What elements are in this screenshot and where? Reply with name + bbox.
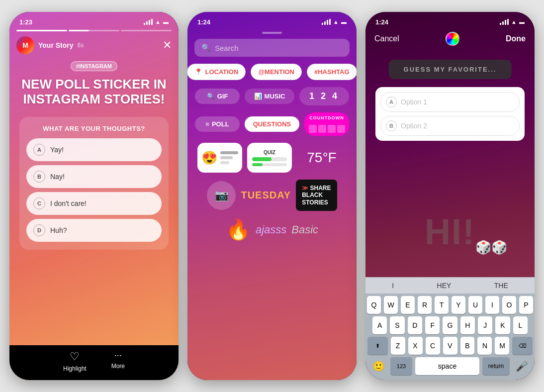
gif-label: GIF [217,93,228,100]
key-k[interactable]: K [495,316,510,334]
key-d[interactable]: D [408,316,422,334]
sticker-row-5: 📷 TUESDAY ≫ SHAREBLACKSTORIES [194,180,350,211]
key-v[interactable]: V [443,337,457,355]
done-button[interactable]: Done [506,34,526,43]
wifi-icon-1: ▲ [155,19,161,25]
quiz-title: GUESS MY FAVORITE... [389,60,512,79]
poll-option-a[interactable]: A Yay! [26,138,162,161]
key-s[interactable]: S [390,316,404,334]
option-b-text: Option 2 [401,122,427,130]
key-a[interactable]: A [372,316,387,334]
gif-sticker[interactable]: 🔍 GIF [195,89,240,104]
countdown-label: COUNTDOWN [309,115,344,120]
options-card: A Option 1 B Option 2 [375,87,525,141]
option-a-text: Option 1 [401,98,427,106]
poll-option-c[interactable]: C I don't care! [26,192,162,215]
option-a-row[interactable]: A Option 1 [380,92,520,112]
basic-sticker[interactable]: Basic [291,223,318,236]
key-q[interactable]: Q [367,296,381,314]
key-r[interactable]: R [418,296,432,314]
questions-sticker[interactable]: QUESTIONS [245,116,299,132]
keyboard-row-2: A S D F G H J K L [365,314,535,334]
key-delete[interactable]: ⌫ [512,337,533,355]
more-button[interactable]: ··· More [111,350,125,372]
key-m[interactable]: M [495,337,509,355]
mention-sticker[interactable]: @MENTION [251,64,302,80]
key-j[interactable]: J [478,316,492,334]
camera-sticker[interactable]: 📷 [207,181,236,210]
option-a-letter: A [386,97,397,107]
key-t[interactable]: T [435,296,449,314]
quiz-sticker[interactable]: QUIZ [247,143,292,173]
quiz-bar-2 [252,163,287,166]
poll-option-d[interactable]: D Huh? [26,219,162,242]
key-shift[interactable]: ⬆ [367,337,388,355]
key-h[interactable]: H [460,316,475,334]
suggestion-the[interactable]: THE [494,282,508,290]
key-x[interactable]: X [408,337,423,355]
key-w[interactable]: W [384,296,398,314]
key-l[interactable]: L [513,316,528,334]
option-b-row[interactable]: B Option 2 [380,116,520,136]
hashtag-sticker[interactable]: #HASHTAG [307,64,357,80]
key-g[interactable]: G [443,316,457,334]
key-n[interactable]: N [477,337,492,355]
key-e[interactable]: E [401,296,415,314]
cancel-button[interactable]: Cancel [374,34,399,43]
status-bar-3: 1:24 ▲ ▬ [365,12,535,30]
mic-button[interactable]: 🎤 [513,357,531,375]
music-label: MUSIC [265,93,285,100]
story-close-button[interactable]: ✕ [163,39,172,52]
signal-icon-3 [500,19,509,25]
key-return[interactable]: return [482,357,510,375]
option-b-letter: B [386,120,397,131]
music-sticker[interactable]: 📊 MUSIC [245,89,294,104]
poll-sticker[interactable]: ≡ POLL [195,116,240,132]
fire-sticker[interactable]: 🔥 [226,218,251,241]
status-time-2: 1:24 [197,18,210,26]
key-u[interactable]: U [468,296,482,314]
key-b[interactable]: B [460,337,475,355]
story-bottom-bar: ♡ Highlight ··· More [9,345,179,380]
countdown-sticker[interactable]: COUNTDOWN [304,112,349,136]
key-i[interactable]: I [485,296,499,314]
temperature-sticker[interactable]: 75°F [297,150,347,166]
count-sticker[interactable]: 1 2 4 [299,87,349,105]
hashtag-badge[interactable]: #INSTAGRAM [71,61,117,71]
avatar: M [16,36,34,54]
poll-option-b[interactable]: B Nay! [26,165,162,188]
key-p[interactable]: P [519,296,533,314]
wifi-icon-3: ▲ [511,19,517,25]
key-space[interactable]: space [415,357,479,375]
hi-text: HI! [425,211,475,252]
color-wheel-button[interactable] [446,32,459,46]
location-label: LOCATION [205,68,238,76]
battery-icon-1: ▬ [163,19,169,25]
suggestion-hey[interactable]: HEY [437,282,452,290]
emoji-button[interactable]: 🙂 [369,357,387,375]
count-label: 1 2 4 [309,91,339,101]
key-o[interactable]: O [502,296,516,314]
battery-icon-2: ▬ [341,19,347,25]
cursive-sticker[interactable]: ajasss [256,223,286,236]
status-bar-1: 1:23 ▲ ▬ [9,12,179,30]
quiz-label: QUIZ [264,150,275,155]
key-c[interactable]: C [426,337,440,355]
key-z[interactable]: Z [391,337,405,355]
poll-card: WHAT ARE YOUR THOUGHTS? A Yay! B Nay! C … [19,117,169,250]
story-headline: NEW POLL STICKER IN INSTAGRAM STORIES! [9,72,179,112]
countdown-boxes [309,125,345,133]
status-time-1: 1:23 [19,18,32,26]
key-123[interactable]: 123 [390,357,412,375]
location-sticker[interactable]: 📍 LOCATION [187,64,246,80]
emoji-sticker[interactable]: 😍 [197,143,242,173]
poll-label: POLL [212,120,229,128]
highlight-button[interactable]: ♡ Highlight [63,350,87,372]
status-time-3: 1:24 [375,18,388,26]
key-f[interactable]: F [425,316,440,334]
sticker-search[interactable]: 🔍 Search [194,39,350,57]
tuesday-sticker[interactable]: TUESDAY [241,190,291,201]
key-y[interactable]: Y [452,296,465,314]
suggestion-i[interactable]: I [392,282,394,290]
share-stories-sticker[interactable]: ≫ SHAREBLACKSTORIES [296,180,337,211]
